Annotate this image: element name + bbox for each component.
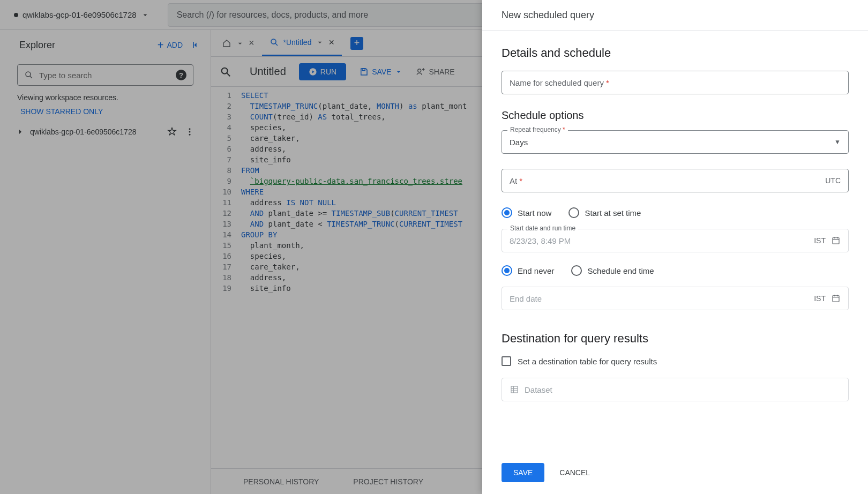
run-label: RUN: [320, 68, 336, 76]
help-icon[interactable]: ?: [176, 70, 186, 80]
tree-item-label: qwiklabs-gcp-01-6e09506c1728: [30, 128, 136, 136]
save-label: SAVE: [372, 68, 391, 76]
chevron-down-icon: [394, 68, 403, 76]
end-radio-group: End never Schedule end time: [502, 265, 849, 276]
collapse-icon: [190, 40, 201, 50]
panel-body: Details and schedule Name for scheduled …: [482, 31, 868, 454]
svg-point-8: [222, 68, 228, 73]
add-label: ADD: [167, 41, 183, 49]
chevron-down-icon: [316, 38, 324, 47]
at-placeholder: At *: [510, 176, 821, 185]
cancel-button[interactable]: CANCEL: [559, 468, 590, 477]
svg-line-9: [227, 73, 230, 76]
start-date-tz: IST: [814, 236, 826, 245]
svg-point-12: [418, 69, 421, 72]
dataset-field: Dataset: [502, 378, 849, 401]
end-never-radio[interactable]: End never: [502, 265, 554, 276]
start-at-radio[interactable]: Start at set time: [568, 207, 641, 218]
share-icon: [416, 67, 425, 77]
radio-checked-icon: [502, 265, 512, 276]
start-date-value: 8/23/23, 8:49 PM: [510, 236, 810, 245]
svg-rect-11: [362, 69, 365, 71]
query-icon[interactable]: [220, 66, 231, 78]
repeat-value: Days: [510, 138, 834, 147]
scheduled-query-panel: New scheduled query Details and schedule…: [482, 0, 868, 494]
search-placeholder: Search (/) for resources, docs, products…: [177, 10, 368, 20]
end-never-label: End never: [518, 266, 554, 275]
start-now-label: Start now: [518, 208, 551, 218]
kebab-icon: [185, 127, 194, 137]
explorer-title: Explorer: [19, 40, 55, 51]
destination-heading: Destination for query results: [502, 332, 849, 346]
save-button[interactable]: SAVE: [359, 67, 403, 77]
save-icon: [359, 67, 369, 77]
project-selector[interactable]: qwiklabs-gcp-01-6e09506c1728: [9, 7, 155, 23]
query-title: Untitled: [250, 65, 286, 78]
project-tree-item[interactable]: qwiklabs-gcp-01-6e09506c1728: [0, 122, 211, 141]
panel-title: New scheduled query: [482, 0, 868, 31]
checkbox-icon: [502, 356, 511, 366]
chevron-down-icon: ▼: [834, 138, 841, 146]
dataset-icon: [510, 385, 519, 394]
end-date-field: End date IST: [502, 287, 849, 310]
explorer-actions: + ADD: [158, 39, 201, 51]
run-button[interactable]: RUN: [299, 63, 346, 80]
chevron-down-icon: [236, 39, 244, 48]
add-button[interactable]: + ADD: [158, 39, 183, 51]
svg-rect-15: [833, 238, 839, 244]
chevron-down-icon: [141, 11, 149, 19]
save-button[interactable]: SAVE: [502, 463, 544, 482]
calendar-icon: [831, 236, 841, 245]
close-icon[interactable]: ×: [328, 37, 334, 48]
home-icon: [222, 39, 231, 48]
star-button[interactable]: [167, 126, 179, 137]
share-button[interactable]: SHARE: [416, 67, 454, 77]
svg-point-1: [26, 72, 31, 77]
svg-line-2: [30, 76, 32, 78]
explorer-search[interactable]: ?: [17, 64, 193, 86]
project-name: qwiklabs-gcp-01-6e09506c1728: [23, 10, 137, 19]
close-icon[interactable]: ×: [249, 38, 255, 49]
schedule-end-label: Schedule end time: [587, 266, 654, 275]
dataset-placeholder: Dataset: [525, 385, 841, 394]
home-tab[interactable]: ×: [216, 30, 260, 56]
plus-icon: +: [354, 38, 360, 49]
end-date-tz: IST: [814, 294, 826, 303]
explorer-search-input[interactable]: [39, 71, 170, 80]
search-icon: [24, 70, 34, 80]
schedule-end-radio[interactable]: Schedule end time: [571, 265, 654, 276]
start-date-field: Start date and run time 8/23/23, 8:49 PM…: [502, 229, 849, 252]
chevron-right-icon: [16, 128, 25, 136]
svg-line-7: [275, 43, 278, 46]
more-button[interactable]: [185, 127, 198, 137]
tab-untitled[interactable]: *Untitled ×: [262, 30, 342, 56]
query-name-placeholder: Name for scheduled query *: [510, 78, 841, 87]
svg-rect-23: [511, 386, 518, 393]
show-starred-button[interactable]: SHOW STARRED ONLY: [0, 104, 211, 122]
schedule-heading: Schedule options: [502, 109, 849, 122]
repeat-frequency-select[interactable]: Repeat frequency * Days ▼: [502, 130, 849, 154]
svg-rect-19: [833, 296, 839, 302]
destination-checkbox[interactable]: Set a destination table for query result…: [502, 356, 849, 366]
add-tab-button[interactable]: +: [350, 37, 363, 50]
tab-label: *Untitled: [283, 38, 312, 47]
workspace-note: Viewing workspace resources.: [0, 86, 211, 104]
query-icon: [270, 38, 279, 47]
query-name-field[interactable]: Name for scheduled query *: [502, 71, 849, 94]
collapse-sidebar-button[interactable]: [190, 40, 201, 50]
svg-rect-0: [193, 42, 194, 48]
at-time-field[interactable]: At * UTC: [502, 169, 849, 192]
svg-point-6: [271, 39, 276, 44]
project-history-tab[interactable]: PROJECT HISTORY: [353, 477, 423, 486]
line-gutter: 12345678910111213141516171819: [211, 87, 237, 468]
explorer-header: Explorer + ADD: [0, 30, 211, 60]
svg-point-4: [189, 131, 191, 133]
svg-point-3: [189, 128, 191, 130]
radio-unchecked-icon: [571, 265, 582, 276]
radio-checked-icon: [502, 207, 512, 218]
end-date-placeholder: End date: [510, 294, 810, 303]
project-dot-icon: [14, 13, 18, 17]
start-now-radio[interactable]: Start now: [502, 207, 551, 218]
personal-history-tab[interactable]: PERSONAL HISTORY: [243, 477, 319, 486]
calendar-icon: [831, 294, 841, 303]
